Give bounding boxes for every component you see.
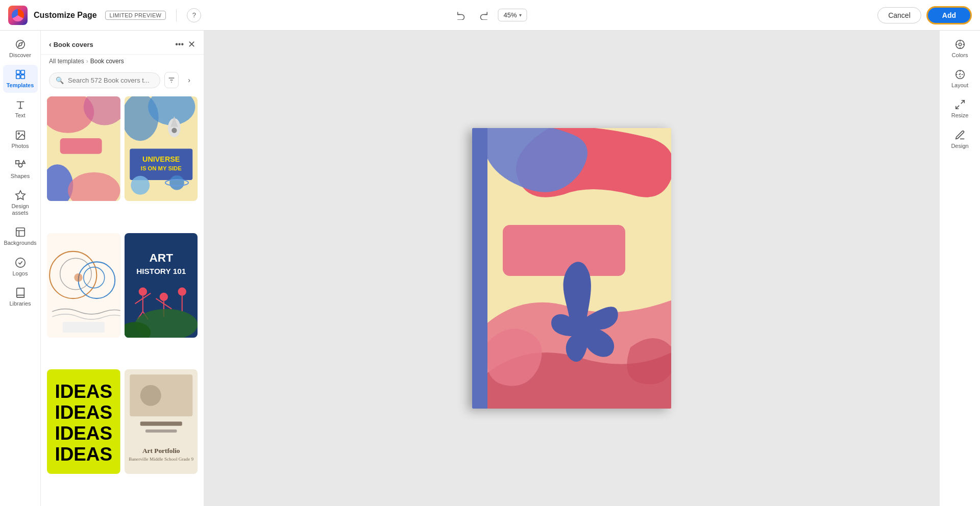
sidebar-item-resize[interactable]: Resize <box>943 95 977 123</box>
svg-point-50 <box>159 293 167 301</box>
template-card[interactable] <box>47 96 120 201</box>
search-input-wrap: 🔍 <box>49 72 160 88</box>
svg-text:Banerville Middle School Grade: Banerville Middle School Grade 9 <box>129 457 193 462</box>
backgrounds-icon <box>15 226 26 238</box>
svg-rect-70 <box>503 225 625 276</box>
breadcrumb: All templates › Book covers <box>41 55 204 68</box>
book-cover <box>487 128 671 409</box>
panel-back-button[interactable]: ‹ Book covers <box>49 40 93 48</box>
cancel-button[interactable]: Cancel <box>877 7 921 23</box>
svg-point-7 <box>18 133 19 134</box>
sidebar-item-colors[interactable]: Colors <box>943 35 977 63</box>
panel-close-button[interactable]: ✕ <box>188 39 195 50</box>
libraries-icon <box>15 287 26 298</box>
svg-point-0 <box>16 40 24 49</box>
svg-text:UNIVERSE: UNIVERSE <box>142 155 180 163</box>
panel-more-button[interactable]: ••• <box>175 40 184 49</box>
resize-label: Resize <box>951 112 969 119</box>
zoom-chevron-icon: ▾ <box>519 12 522 18</box>
svg-rect-65 <box>140 422 182 426</box>
topbar: Customize Page LIMITED PREVIEW ? 45% ▾ C… <box>0 0 980 31</box>
filter-button[interactable] <box>164 72 179 88</box>
svg-point-26 <box>172 128 177 133</box>
photos-icon <box>15 130 26 141</box>
panel-header: ‹ Book covers ••• ✕ <box>41 31 204 55</box>
design-icon <box>954 130 966 141</box>
topbar-right-controls: Cancel Add <box>877 6 972 24</box>
zoom-value: 45% <box>503 11 517 19</box>
app-logo <box>8 6 28 25</box>
svg-text:IDEAS: IDEAS <box>55 382 112 402</box>
sidebar-item-layout[interactable]: Layout <box>943 65 977 93</box>
svg-rect-18 <box>60 138 102 154</box>
text-icon <box>15 99 26 110</box>
breadcrumb-parent-link[interactable]: All templates <box>49 58 84 65</box>
canvas-area <box>204 31 939 506</box>
svg-rect-4 <box>16 75 19 79</box>
right-sidebar: Colors Layout Resize Design <box>939 31 980 506</box>
layout-icon <box>954 69 966 80</box>
sidebar-item-design-assets[interactable]: Design assets <box>3 186 38 220</box>
sidebar-item-backgrounds[interactable]: Backgrounds <box>3 222 38 250</box>
design-assets-label: Design assets <box>5 203 36 216</box>
template-card[interactable]: IDEAS IDEAS IDEAS IDEAS <box>47 369 120 474</box>
svg-rect-5 <box>20 75 24 79</box>
add-button[interactable]: Add <box>926 6 972 24</box>
breadcrumb-separator: › <box>86 58 88 65</box>
main-layout: Discover Templates Text Photos Shapes <box>0 31 980 506</box>
svg-rect-27 <box>130 149 192 181</box>
templates-icon <box>15 69 26 80</box>
svg-point-30 <box>131 176 150 195</box>
design-label: Design <box>951 143 968 149</box>
book-spine <box>472 128 487 409</box>
sidebar-item-discover[interactable]: Discover <box>3 35 38 63</box>
colors-icon <box>954 39 966 50</box>
text-label: Text <box>15 112 25 119</box>
template-card[interactable]: Art Portfolio Banerville Middle School G… <box>125 369 198 474</box>
zoom-selector[interactable]: 45% ▾ <box>498 9 527 21</box>
help-button[interactable]: ? <box>187 8 201 22</box>
shapes-label: Shapes <box>11 173 30 180</box>
panel-title: Book covers <box>54 41 93 48</box>
sidebar-item-logos[interactable]: Logos <box>3 253 38 281</box>
svg-text:IDEAS: IDEAS <box>55 402 112 423</box>
template-card[interactable] <box>47 233 120 338</box>
redo-button[interactable] <box>475 7 492 23</box>
expand-panel-button[interactable]: › <box>183 73 195 87</box>
template-card[interactable]: UNIVERSE IS ON MY SIDE <box>125 96 198 201</box>
svg-marker-1 <box>18 42 22 46</box>
sidebar-item-templates[interactable]: Templates <box>3 65 38 93</box>
sidebar-item-photos[interactable]: Photos <box>3 125 38 154</box>
svg-rect-9 <box>15 161 18 164</box>
sidebar-item-text[interactable]: Text <box>3 95 38 123</box>
app-title: Customize Page <box>34 11 97 20</box>
breadcrumb-current: Book covers <box>90 58 124 65</box>
preview-badge: LIMITED PREVIEW <box>105 11 166 20</box>
svg-marker-10 <box>22 161 24 164</box>
svg-text:IDEAS: IDEAS <box>55 423 112 444</box>
layout-label: Layout <box>951 82 968 89</box>
template-card[interactable]: ART HISTORY 101 <box>125 233 198 338</box>
svg-rect-3 <box>20 70 24 74</box>
svg-rect-11 <box>16 228 24 237</box>
templates-grid: UNIVERSE IS ON MY SIDE <box>41 92 204 506</box>
sidebar-item-design[interactable]: Design <box>943 125 977 154</box>
colors-label: Colors <box>952 52 968 59</box>
svg-rect-39 <box>63 322 105 333</box>
sidebar-item-shapes[interactable]: Shapes <box>3 156 38 184</box>
logos-label: Logos <box>13 270 28 277</box>
svg-point-64 <box>140 385 161 406</box>
compass-icon <box>15 39 26 50</box>
search-input[interactable] <box>68 77 154 84</box>
undo-button[interactable] <box>453 7 469 23</box>
logos-icon <box>15 257 26 268</box>
back-arrow-icon: ‹ <box>49 40 52 48</box>
svg-point-44 <box>138 287 146 295</box>
svg-text:ART: ART <box>149 251 173 264</box>
sidebar-item-libraries[interactable]: Libraries <box>3 283 38 311</box>
svg-text:IS ON MY SIDE: IS ON MY SIDE <box>140 165 181 171</box>
libraries-label: Libraries <box>9 300 31 307</box>
book-preview <box>472 128 671 409</box>
svg-rect-2 <box>16 70 19 74</box>
search-bar: 🔍 › <box>41 68 204 92</box>
